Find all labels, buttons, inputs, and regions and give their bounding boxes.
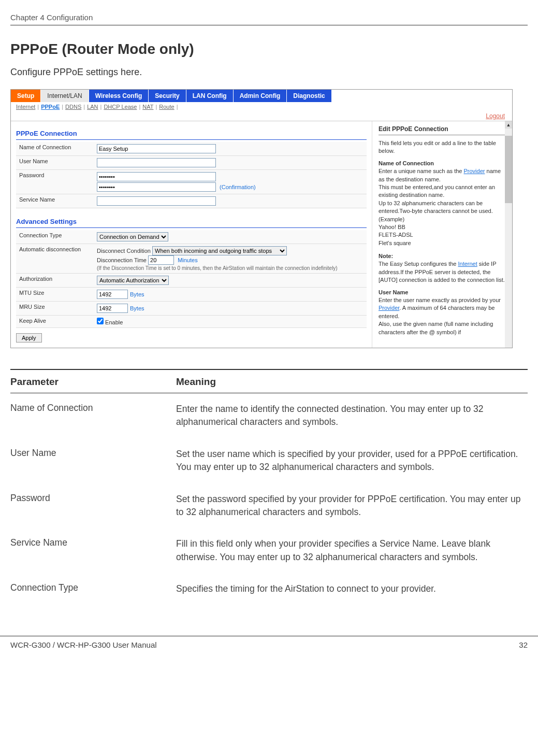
- page-footer: WCR-G300 / WCR-HP-G300 User Manual 32: [0, 636, 538, 657]
- tab-admin-config[interactable]: Admin Config: [234, 90, 287, 102]
- help-body: This field lets you edit or add a line t…: [379, 139, 506, 336]
- subtab-route[interactable]: Route: [159, 104, 174, 110]
- param-name: Connection Type: [10, 582, 176, 595]
- advanced-form: Connection Type Connection on Demand Aut…: [16, 230, 367, 328]
- subtab-lan[interactable]: LAN: [87, 104, 98, 110]
- config-screenshot: Setup Internet/LAN Wireless Config Secur…: [10, 89, 513, 348]
- section-title: PPPoE (Router Mode only): [10, 41, 528, 58]
- help-name-body1: Enter a unique name such as the: [379, 168, 464, 174]
- help-examples-label: (Example): [379, 216, 404, 222]
- param-meaning: Fill in this field only when your provid…: [176, 537, 528, 564]
- help-user-title: User Name: [379, 289, 506, 296]
- pppoe-connection-heading: PPPoE Connection: [16, 126, 367, 140]
- name-label: Name of Connection: [16, 142, 94, 156]
- confirm-suffix: (Confirmation): [220, 184, 256, 190]
- disc-time-units: Minutes: [178, 257, 198, 263]
- param-name: Service Name: [10, 537, 176, 564]
- disc-time-input[interactable]: [148, 255, 174, 265]
- subtab-internet[interactable]: Internet: [16, 104, 35, 110]
- mtu-input[interactable]: [97, 290, 128, 299]
- param-row: User Name Set the user name which is spe…: [10, 438, 528, 483]
- user-input[interactable]: [97, 158, 216, 167]
- param-meaning: Enter the name to identify the connected…: [176, 403, 528, 429]
- service-label: Service Name: [16, 194, 94, 208]
- tab-lan-config[interactable]: LAN Config: [186, 90, 234, 102]
- name-input[interactable]: [97, 144, 216, 153]
- tab-setup[interactable]: Setup: [11, 90, 41, 102]
- help-name-body3: This must be entered,and you cannot ente…: [379, 184, 495, 198]
- help-user-body3: Also, use the given name (full name incl…: [379, 321, 493, 327]
- auth-label: Authorization: [16, 274, 94, 288]
- keep-enable-text: Enable: [105, 319, 123, 325]
- disc-time-label: Disconnection Time: [97, 257, 147, 263]
- subtab-nat[interactable]: NAT: [142, 104, 153, 110]
- advanced-heading: Advanced Settings: [16, 215, 367, 228]
- help-user-body1: Enter the user name exactly as provided …: [379, 297, 501, 303]
- password-label: Password: [16, 170, 94, 194]
- param-header-parameter: Parameter: [10, 376, 176, 388]
- param-header: Parameter Meaning: [10, 376, 528, 393]
- scroll-thumb[interactable]: [505, 136, 512, 203]
- mtu-label: MTU Size: [16, 288, 94, 302]
- help-examples: Yahoo! BB FLETS-ADSL Flet's square: [379, 224, 413, 246]
- param-row: Service Name Fill in this field only whe…: [10, 528, 528, 573]
- footer-page: 32: [519, 640, 528, 649]
- auto-disc-label: Automatic disconnection: [16, 244, 94, 274]
- tab-wireless[interactable]: Wireless Config: [89, 90, 149, 102]
- mru-input[interactable]: [97, 304, 128, 313]
- help-user-cutoff: characters after the @ symbol) if: [379, 329, 461, 335]
- help-note-label: Note:: [379, 253, 393, 259]
- help-internet-link[interactable]: Internet: [458, 261, 477, 267]
- param-row: Name of Connection Enter the name to ide…: [10, 393, 528, 438]
- param-meaning: Set the user name which is specified by …: [176, 448, 528, 474]
- apply-button[interactable]: Apply: [16, 333, 42, 343]
- tab-internet-lan[interactable]: Internet/LAN: [41, 90, 89, 102]
- main-tabs: Setup Internet/LAN Wireless Config Secur…: [11, 90, 512, 102]
- service-input[interactable]: [97, 196, 216, 206]
- mru-units: Bytes: [130, 305, 144, 311]
- scroll-up-icon[interactable]: ▲: [505, 121, 512, 129]
- disc-note: (If the Disconnection Time is set to 0 m…: [97, 265, 338, 271]
- param-header-meaning: Meaning: [176, 376, 528, 388]
- pppoe-form: Name of Connection User Name Password (C…: [16, 142, 367, 208]
- disc-cond-label: Disconnect Condition: [97, 248, 151, 254]
- footer-manual: WCR-G300 / WCR-HP-G300 User Manual: [10, 640, 157, 649]
- param-name: Name of Connection: [10, 403, 176, 429]
- subtab-dhcp-lease[interactable]: DHCP Lease: [104, 104, 137, 110]
- help-scrollbar[interactable]: ▲: [505, 121, 512, 348]
- param-row: Password Set the password specified by y…: [10, 483, 528, 529]
- mtu-units: Bytes: [130, 291, 144, 297]
- param-name: Password: [10, 493, 176, 519]
- logout-link[interactable]: Logout: [11, 111, 512, 121]
- subtab-pppoe[interactable]: PPPoE: [41, 104, 60, 110]
- disc-cond-select[interactable]: When both incoming and outgoing traffic …: [152, 246, 287, 255]
- param-meaning: Set the password specified by your provi…: [176, 493, 528, 519]
- param-name: User Name: [10, 448, 176, 474]
- help-note-body: The Easy Setup configures the: [379, 261, 458, 267]
- mru-label: MRU Size: [16, 302, 94, 316]
- param-row: Connection Type Specifies the timing for…: [10, 573, 528, 605]
- tab-diagnostic[interactable]: Diagnostic: [287, 90, 331, 102]
- keep-alive-checkbox[interactable]: [97, 318, 104, 324]
- chapter-header: Chapter 4 Configuration: [10, 13, 528, 25]
- conn-type-select[interactable]: Connection on Demand: [97, 232, 168, 241]
- auth-select[interactable]: Automatic Authorization: [97, 276, 169, 285]
- subtab-ddns[interactable]: DDNS: [65, 104, 81, 110]
- user-label: User Name: [16, 156, 94, 170]
- help-provider-link[interactable]: Provider: [464, 168, 485, 174]
- tab-security[interactable]: Security: [149, 90, 186, 102]
- password-input[interactable]: [97, 172, 216, 181]
- section-intro: Configure PPPoE settings here.: [10, 67, 528, 78]
- keep-label: Keep Alive: [16, 316, 94, 328]
- help-title: Edit PPPoE Connection: [379, 125, 506, 135]
- param-meaning: Specifies the timing for the AirStation …: [176, 582, 528, 595]
- help-name-title: Name of Connection: [379, 160, 506, 167]
- password-confirm-input[interactable]: [97, 182, 216, 192]
- sub-tabs: Internet| PPPoE| DDNS| LAN| DHCP Lease| …: [11, 102, 512, 111]
- help-name-body4: Up to 32 alphanumeric characters can be …: [379, 200, 493, 214]
- conn-type-label: Connection Type: [16, 230, 94, 244]
- help-intro: This field lets you edit or add a line t…: [379, 140, 496, 154]
- help-user-provider-link[interactable]: Provider: [379, 305, 399, 311]
